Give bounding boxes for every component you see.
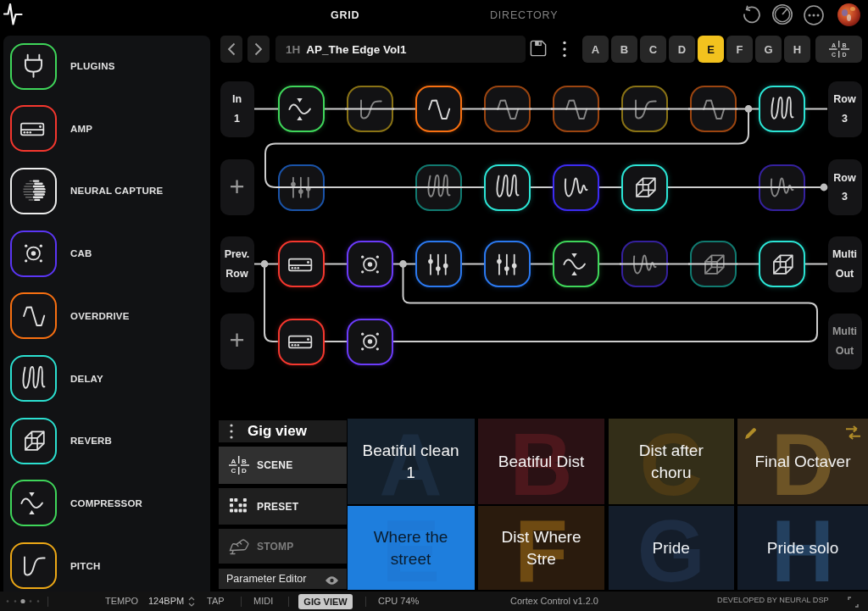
svg-text:A: A [231,458,236,465]
svg-text:C: C [231,467,236,475]
svg-text:B: B [242,458,247,465]
svg-text:D: D [242,467,247,475]
